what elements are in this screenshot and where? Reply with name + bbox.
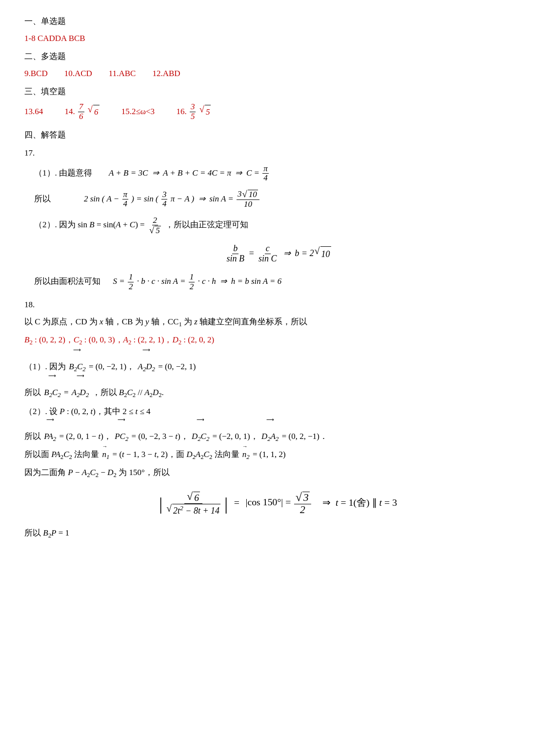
p17-area-text: 所以由面积法可知 S = 1 2 · b · c · sin A = 1 2 ·… xyxy=(34,277,281,286)
section3-title: 三、填空题 xyxy=(24,85,532,99)
p18-part1: （1）. 因为 B2C2 = (0, −2, 1)， A2D2 = (0, −2… xyxy=(24,352,532,375)
section1-title: 一、单选题 xyxy=(24,15,532,29)
s2-label: 二、多选题 xyxy=(24,52,66,61)
s2-answer-text: 9.BCD 10.ACD 11.ABC 12.ABD xyxy=(24,69,180,78)
frac-3-5: 3 5 xyxy=(190,102,196,121)
frac-b-sinB: b sin B xyxy=(225,244,245,264)
p18-p1-conc-text: 所以 B2C2 = A2D2 ，所以 B2C2 // A2D2. xyxy=(24,388,164,397)
frac-1-2-b: 1 2 xyxy=(189,273,195,291)
big-frac-eq: √6 √2t2 − 8t + 14 xyxy=(164,491,223,516)
section4-title: 四、解答题 xyxy=(24,128,532,142)
s3-label: 三、填空题 xyxy=(24,87,66,96)
frac-7-6: 7 6 xyxy=(78,102,84,121)
section2-answers: 9.BCD 10.ACD 11.ABC 12.ABD xyxy=(24,67,532,81)
abs-expr: | √6 √2t2 − 8t + 14 | xyxy=(159,491,228,516)
p18-vec-text: 所以 PA2 = (2, 0, 1 − t)， PC2 = (0, −2, 3 … xyxy=(24,432,328,441)
p17-part2-intro: （2）. 因为 sin B = sin(A + C) = 2 √5 ，所以由正弦… xyxy=(34,216,532,236)
s4-label: 四、解答题 xyxy=(24,130,66,139)
sqrt-5: √ 5 xyxy=(199,105,211,119)
p17-area: 所以由面积法可知 S = 1 2 · b · c · sin A = 1 2 ·… xyxy=(34,273,532,291)
p17-sinrule-math: b sin B = c sin C ⇒ b = 2√10 xyxy=(224,248,331,258)
frac-sqrt3-2: √3 2 xyxy=(294,492,311,516)
problem18-label: 18. xyxy=(24,298,532,312)
s3-16: 16. 3 5 √ 5 xyxy=(176,107,211,116)
section3-answers: 13.64 14. 7 6 √ 6 15.2≤ω<3 16. 3 5 √ 5 xyxy=(24,102,532,121)
section1-answers: 1-8 CADDA BCB xyxy=(24,32,532,46)
p18-dihedral: 因为二面角 P − A2C2 − D2 为 150°，所以 xyxy=(24,466,532,481)
p18-setup-text: 以 C 为原点，CD 为 x 轴，CB 为 y 轴，CC1 为 z 轴建立空间直… xyxy=(24,317,307,326)
p17-p1-soyi: 所以 2 sin ( A − π 4 ) = sin ( 3 4 π − A )… xyxy=(34,190,532,209)
frac-1-2-a: 1 2 xyxy=(128,273,134,291)
p18-final-text: 所以 B2P = 1 xyxy=(24,528,69,537)
p17-part1-intro: （1）. 由题意得 A + B = 3C ⇒ A + B + C = 4C = … xyxy=(34,164,532,183)
s3-15: 15.2≤ω<3 xyxy=(121,107,155,116)
s1-label: 一、单选题 xyxy=(24,17,66,26)
p18-normals: 所以面 PA2C2 法向量 → n1 = (t − 1, 3 − t, 2)，面… xyxy=(24,448,532,463)
p17-num: 17. xyxy=(24,148,35,158)
frac-pi-4: π 4 xyxy=(262,164,269,183)
p18-vectors: 所以 PA2 = (2, 0, 1 − t)， PC2 = (0, −2, 3 … xyxy=(24,422,532,445)
problem17-label: 17. xyxy=(24,146,532,160)
p18-coords: B2 : (0, 2, 2)，C2 : (0, 0, 3)，A2 : (2, 2… xyxy=(24,333,532,348)
p18-p2-setup-text: （2）. 设 P : (0, 2, t)，其中 2 ≤ t ≤ 4 xyxy=(24,407,151,416)
p17-soyi-label: 所以 xyxy=(34,194,82,203)
p18-num: 18. xyxy=(24,300,35,309)
p18-equation-display: | √6 √2t2 − 8t + 14 | = |cos 150°| = √3 … xyxy=(24,491,532,516)
p18-normals-text: 所以面 PA2C2 法向量 → n1 = (t − 1, 3 − t, 2)，面… xyxy=(24,450,286,459)
s1-answer-text: 1-8 CADDA BCB xyxy=(24,34,85,43)
p18-p1-conclusion: 所以 B2C2 = A2D2 ，所以 B2C2 // A2D2. xyxy=(24,378,532,401)
s3-13: 13.64 xyxy=(24,107,43,116)
frac-3sqrt10-10: 3√10 10 xyxy=(237,190,259,209)
s3-14: 14. 7 6 √ 6 xyxy=(65,107,102,116)
p17-p2-text: （2）. 因为 sin B = sin(A + C) = 2 √5 ，所以由正弦… xyxy=(34,220,248,229)
frac-3-4: 3 4 xyxy=(161,190,168,209)
p18-final: 所以 B2P = 1 xyxy=(24,526,532,541)
p17-soyi-math: 2 sin ( A − π 4 ) = sin ( 3 4 π − A ) ⇒ … xyxy=(84,194,260,203)
section2-title: 二、多选题 xyxy=(24,50,532,64)
frac-pi-4b: π 4 xyxy=(122,190,129,209)
cos150-text: |cos 150°| = xyxy=(245,497,291,508)
sqrt-6: √ 6 xyxy=(88,105,99,119)
p18-setup: 以 C 为原点，CD 为 x 轴，CB 为 y 轴，CC1 为 z 轴建立空间直… xyxy=(24,315,532,330)
p18-coords-text: B2 : (0, 2, 2)，C2 : (0, 0, 3)，A2 : (2, 2… xyxy=(24,335,214,344)
p18-p1-text: （1）. 因为 B2C2 = (0, −2, 1)， A2D2 = (0, −2… xyxy=(24,362,196,371)
frac-2-sqrt5: 2 √5 xyxy=(148,216,162,236)
p18-dihedral-text: 因为二面角 P − A2C2 − D2 为 150°，所以 xyxy=(24,468,170,477)
p17-p1-text: （1）. 由题意得 A + B = 3C ⇒ A + B + C = 4C = … xyxy=(34,168,270,178)
frac-c-sinC: c sin C xyxy=(258,244,278,264)
p17-sinrule-display: b sin B = c sin C ⇒ b = 2√10 xyxy=(24,244,532,264)
